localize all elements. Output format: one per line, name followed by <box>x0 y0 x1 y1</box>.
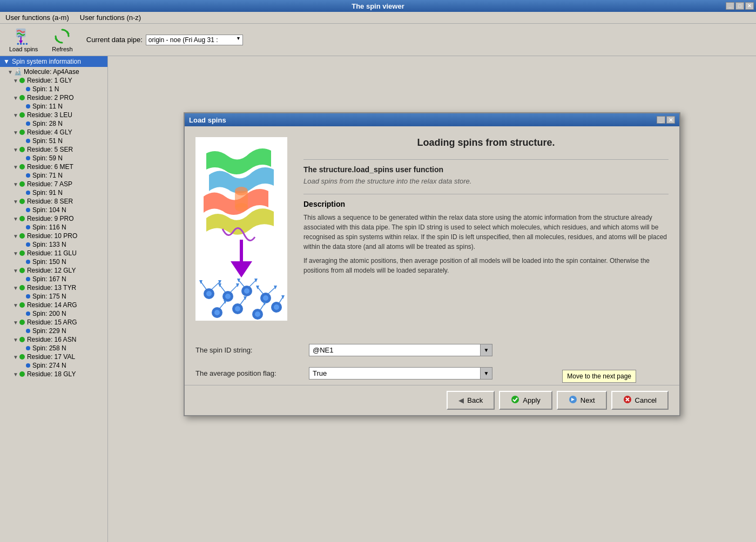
residue-row-7[interactable]: ▼ Residue: 8 SER <box>0 197 107 206</box>
residue-label-16: Residue: 17 VAL <box>27 353 75 361</box>
residue-row-13[interactable]: ▼ Residue: 14 ARG <box>0 301 107 309</box>
residue-row-12[interactable]: ▼ Residue: 13 TYR <box>0 283 107 292</box>
spin-label-9: Spin: 133 N <box>32 241 66 248</box>
main-content: ▼ Spin system information ▼ 🔬 Molecule: … <box>0 56 756 542</box>
spin-row-12[interactable]: Spin: 175 N <box>0 292 107 301</box>
avg-position-label: The average position flag: <box>195 369 303 377</box>
data-pipe-label: Current data pipe: <box>86 36 143 44</box>
spin-dot-1 <box>26 104 30 109</box>
spin-row-13[interactable]: Spin: 200 N <box>0 309 107 318</box>
spin-row-8[interactable]: Spin: 116 N <box>0 223 107 232</box>
spin-row-6[interactable]: Spin: 91 N <box>0 188 107 197</box>
svg-point-16 <box>206 291 212 296</box>
window-title: The spin viewer <box>352 2 404 10</box>
spin-dot-11 <box>26 277 30 281</box>
refresh-button[interactable]: Refresh <box>47 25 78 55</box>
svg-point-22 <box>225 294 231 299</box>
description-para1: This allows a sequence to be generated w… <box>303 213 669 252</box>
residue-row-17[interactable]: ▼ Residue: 18 GLY <box>0 370 107 378</box>
load-spins-label: Load spins <box>9 46 38 52</box>
residue-row-8[interactable]: ▼ Residue: 9 PRO <box>0 214 107 223</box>
residue-row-2[interactable]: ▼ Residue: 3 LEU <box>0 111 107 119</box>
svg-point-5 <box>23 43 25 45</box>
residue-row-10[interactable]: ▼ Residue: 11 GLU <box>0 249 107 258</box>
residue-row-9[interactable]: ▼ Residue: 10 PRO <box>0 232 107 240</box>
spin-row-16[interactable]: Spin: 274 N <box>0 361 107 370</box>
residue-dot-17 <box>19 371 25 377</box>
load-spins-button[interactable]: Load spins <box>4 25 43 55</box>
spin-dot-0 <box>26 87 30 91</box>
residue-row-5[interactable]: ▼ Residue: 6 MET <box>0 162 107 171</box>
spin-row-0[interactable]: Spin: 1 N <box>0 85 107 93</box>
apply-icon <box>511 395 519 405</box>
residue-row-3[interactable]: ▼ Residue: 4 GLY <box>0 128 107 137</box>
spin-id-input[interactable] <box>309 344 480 356</box>
spin-row-4[interactable]: Spin: 59 N <box>0 154 107 162</box>
residue-row-1[interactable]: ▼ Residue: 2 PRO <box>0 93 107 102</box>
spin-dot-15 <box>26 346 30 350</box>
residue-row-6[interactable]: ▼ Residue: 7 ASP <box>0 180 107 188</box>
residue-dot-10 <box>19 250 25 256</box>
residue-row-15[interactable]: ▼ Residue: 16 ASN <box>0 335 107 344</box>
right-area: Load spins _ ✕ <box>108 56 756 542</box>
avg-position-input-wrapper: ▼ <box>309 367 492 380</box>
molecule-row[interactable]: ▼ 🔬 Molecule: Ap4Aase <box>0 67 107 76</box>
residue-row-16[interactable]: ▼ Residue: 17 VAL <box>0 353 107 361</box>
dialog-titlebar: Load spins _ ✕ <box>185 113 679 126</box>
residue-label-7: Residue: 8 SER <box>27 198 73 205</box>
residue-row-14[interactable]: ▼ Residue: 15 ARG <box>0 318 107 327</box>
residue-label-13: Residue: 14 ARG <box>27 301 77 309</box>
refresh-label: Refresh <box>52 46 73 52</box>
avg-position-dropdown-btn[interactable]: ▼ <box>480 368 492 379</box>
next-button[interactable]: Next <box>557 391 607 410</box>
left-panel: ▼ Spin system information ▼ 🔬 Molecule: … <box>0 56 108 542</box>
back-label: Back <box>467 396 483 404</box>
residue-label-1: Residue: 2 PRO <box>27 94 74 101</box>
svg-point-28 <box>244 288 249 294</box>
spin-row-15[interactable]: Spin: 258 N <box>0 344 107 353</box>
spin-dot-8 <box>26 225 30 229</box>
apply-button[interactable]: Apply <box>499 391 552 410</box>
spin-id-dropdown-btn[interactable]: ▼ <box>480 344 492 356</box>
cancel-button[interactable]: Cancel <box>611 391 669 410</box>
title-bar-controls: _ □ ✕ <box>726 2 754 10</box>
function-subtitle: Load spins from the structure into the r… <box>303 177 669 185</box>
maximize-btn[interactable]: □ <box>735 2 744 10</box>
data-pipe-select[interactable]: origin - noe (Fri Aug 31 : <box>146 35 243 45</box>
spin-row-5[interactable]: Spin: 71 N <box>0 171 107 180</box>
menu-user-functions-nz[interactable]: User functions (n-z) <box>77 12 144 23</box>
dialog-title: Load spins <box>189 116 226 124</box>
residue-label-17: Residue: 18 GLY <box>27 370 76 378</box>
description-para2: If averaging the atomic positions, then … <box>303 256 669 275</box>
close-btn[interactable]: ✕ <box>745 2 754 10</box>
spin-label-11: Spin: 167 N <box>32 275 66 283</box>
svg-point-6 <box>25 43 28 45</box>
spin-row-3[interactable]: Spin: 51 N <box>0 137 107 145</box>
spin-row-7[interactable]: Spin: 104 N <box>0 206 107 214</box>
spin-row-11[interactable]: Spin: 167 N <box>0 275 107 283</box>
menu-user-functions-am[interactable]: User functions (a-m) <box>2 12 72 23</box>
spin-label-6: Spin: 91 N <box>32 189 63 197</box>
dialog-minimize-btn[interactable]: _ <box>657 116 665 124</box>
spin-label-12: Spin: 175 N <box>32 293 66 300</box>
avg-position-input[interactable] <box>309 368 480 379</box>
spin-label-7: Spin: 104 N <box>32 206 66 214</box>
spin-row-1[interactable]: Spin: 11 N <box>0 102 107 111</box>
molecule-expand-icon: ▼ <box>8 69 13 75</box>
spin-dot-9 <box>26 242 30 247</box>
spin-row-10[interactable]: Spin: 150 N <box>0 258 107 266</box>
spin-row-9[interactable]: Spin: 133 N <box>0 240 107 249</box>
residue-label-5: Residue: 6 MET <box>27 163 73 171</box>
minimize-btn[interactable]: _ <box>726 2 734 10</box>
spin-dot-12 <box>26 294 30 299</box>
residue-dot-1 <box>19 95 25 100</box>
back-button[interactable]: ◀ Back <box>447 391 495 410</box>
spin-row-14[interactable]: Spin: 229 N <box>0 327 107 335</box>
residue-row-4[interactable]: ▼ Residue: 5 SER <box>0 145 107 154</box>
dialog-close-btn[interactable]: ✕ <box>666 116 675 124</box>
residue-row-0[interactable]: ▼ Residue: 1 GLY <box>0 76 107 85</box>
spin-row-2[interactable]: Spin: 28 N <box>0 119 107 128</box>
residue-row-11[interactable]: ▼ Residue: 12 GLY <box>0 266 107 275</box>
modal-overlay: Load spins _ ✕ <box>108 112 756 542</box>
tree-expand-icon[interactable]: ▼ <box>3 58 10 65</box>
